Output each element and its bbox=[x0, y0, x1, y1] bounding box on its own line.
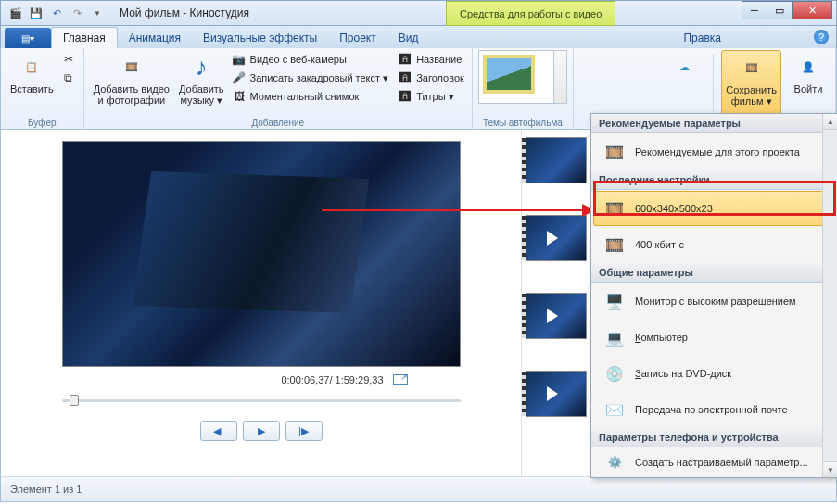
dropdown-scrollbar[interactable]: ▲ ▼ bbox=[822, 114, 837, 477]
gear-icon: ⚙️ bbox=[603, 453, 626, 472]
next-frame-button[interactable]: |▶ bbox=[285, 421, 323, 441]
tab-edit[interactable]: Правка bbox=[672, 28, 732, 48]
play-button[interactable]: ▶ bbox=[243, 421, 280, 441]
dd-header: Общие параметры bbox=[591, 263, 837, 283]
add-music-button[interactable]: ♪ Добавить музыку ▾ bbox=[175, 50, 228, 117]
title-icon: 🅰 bbox=[398, 52, 412, 67]
mic-icon: 🎤 bbox=[232, 70, 247, 85]
dd-item-email[interactable]: ✉️ Передача по электронной почте bbox=[593, 392, 836, 427]
clip-thumb[interactable] bbox=[526, 371, 587, 417]
dd-header: Параметры телефона и устройства bbox=[591, 428, 837, 447]
group-clipboard: 📋 Вставить ✂ ⧉ Буфер bbox=[1, 48, 84, 129]
seek-handle[interactable] bbox=[70, 395, 79, 406]
preview-pane: 0:00:06,37/ 1:59:29,33 ◀| ▶ |▶ bbox=[1, 130, 522, 476]
status-text: Элемент 1 из 1 bbox=[10, 484, 82, 495]
redo-icon[interactable]: ↷ bbox=[70, 6, 84, 20]
annotation-arrow bbox=[322, 209, 600, 211]
group-themes: Темы автофильма bbox=[473, 48, 574, 129]
credits-button[interactable]: 🅰Титры ▾ bbox=[396, 87, 466, 106]
gallery-spinner[interactable] bbox=[553, 51, 566, 103]
playback-controls: ◀| ▶ |▶ bbox=[200, 421, 323, 441]
add-video-label: Добавить видео и фотографии bbox=[94, 83, 170, 106]
dd-header: Последние настройки bbox=[591, 170, 837, 190]
timecode-row: 0:00:06,37/ 1:59:29,33 bbox=[114, 374, 407, 385]
minimize-button[interactable]: ─ bbox=[742, 1, 767, 19]
snapshot-icon: 🖼 bbox=[232, 89, 247, 104]
snapshot-button[interactable]: 🖼Моментальный снимок bbox=[230, 87, 391, 106]
film-icon: 🎞️ bbox=[603, 235, 626, 254]
ribbon-tabs: ▤▾ Главная Анимация Визуальные эффекты П… bbox=[0, 26, 837, 48]
credits-icon: 🅰 bbox=[398, 89, 412, 104]
file-menu-button[interactable]: ▤▾ bbox=[5, 28, 51, 48]
contextual-tab-header: Средства для работы с видео bbox=[446, 1, 615, 26]
scroll-up-icon[interactable]: ▲ bbox=[823, 114, 837, 130]
signin-label: Войти bbox=[794, 83, 823, 94]
clip-thumb[interactable] bbox=[526, 293, 587, 339]
dd-item-create-custom[interactable]: ⚙️ Создать настраиваемый параметр... bbox=[593, 448, 836, 476]
webcam-button[interactable]: 📷Видео с веб-камеры bbox=[230, 50, 391, 69]
add-music-label: Добавить музыку ▾ bbox=[179, 83, 224, 107]
video-preview[interactable] bbox=[62, 141, 461, 367]
add-video-button[interactable]: 🎞️ Добавить видео и фотографии bbox=[90, 50, 173, 117]
email-icon: ✉️ bbox=[603, 400, 626, 419]
scroll-down-icon[interactable]: ▼ bbox=[823, 461, 837, 477]
app-icon: 🎬 bbox=[8, 6, 23, 20]
group-label: Добавление bbox=[90, 117, 466, 129]
clipboard-icon: 📋 bbox=[17, 52, 46, 82]
dd-item-hd[interactable]: 🖥️ Монитор с высоким разрешением bbox=[593, 284, 836, 319]
tab-home[interactable]: Главная bbox=[51, 27, 118, 48]
dvd-icon: 💿 bbox=[603, 364, 626, 383]
seek-slider[interactable] bbox=[62, 393, 461, 408]
narration-button[interactable]: 🎤Записать закадровый текст ▾ bbox=[230, 69, 391, 87]
dd-item-dvd[interactable]: 💿 Запись на DVD-диск bbox=[593, 356, 836, 391]
tab-effects[interactable]: Визуальные эффекты bbox=[192, 28, 328, 48]
computer-icon: 💻 bbox=[603, 328, 626, 346]
music-note-icon: ♪ bbox=[186, 52, 216, 82]
copy-button[interactable]: ⧉ bbox=[59, 69, 78, 87]
timecode-text: 0:00:06,37/ 1:59:29,33 bbox=[281, 374, 383, 385]
dd-item-custom-res[interactable]: 🎞️ 600x340x500x23 bbox=[593, 191, 836, 226]
title-button[interactable]: 🅰Название bbox=[396, 50, 466, 69]
help-icon[interactable]: ? bbox=[814, 30, 829, 44]
prev-frame-button[interactable]: ◀| bbox=[200, 421, 237, 441]
fullscreen-icon[interactable] bbox=[393, 374, 408, 385]
dd-item-recommended[interactable]: 🎞️ Рекомендуемые для этого проекта bbox=[593, 134, 836, 170]
window-controls: ─ ▭ ✕ bbox=[742, 1, 832, 19]
status-bar: Элемент 1 из 1 bbox=[0, 476, 837, 502]
paste-label: Вставить bbox=[10, 83, 54, 94]
group-label: Темы автофильма bbox=[478, 117, 567, 129]
film-icon: 🎞️ bbox=[603, 199, 626, 218]
save-icon[interactable]: 💾 bbox=[29, 6, 44, 20]
monitor-icon: 🖥️ bbox=[603, 292, 626, 310]
close-button[interactable]: ✕ bbox=[792, 1, 832, 19]
dd-header: Рекомендуемые параметры bbox=[591, 114, 837, 133]
themes-gallery[interactable] bbox=[478, 50, 567, 104]
filmstrip-icon: 🎞️ bbox=[117, 52, 146, 82]
theme-thumb bbox=[483, 55, 535, 94]
save-movie-label: Сохранить фильм ▾ bbox=[726, 84, 777, 107]
user-icon: 👤 bbox=[793, 52, 823, 82]
qat-dropdown-icon[interactable]: ▼ bbox=[90, 6, 105, 20]
cut-button[interactable]: ✂ bbox=[59, 50, 78, 69]
tab-project[interactable]: Проект bbox=[328, 28, 387, 48]
caption-button[interactable]: 🅰Заголовок bbox=[396, 69, 466, 87]
group-add: 🎞️ Добавить видео и фотографии ♪ Добавит… bbox=[84, 48, 473, 129]
tab-view[interactable]: Вид bbox=[387, 28, 430, 48]
undo-icon[interactable]: ↶ bbox=[49, 6, 64, 20]
paste-button[interactable]: 📋 Вставить bbox=[6, 50, 57, 117]
save-movie-icon: 🎞️ bbox=[737, 53, 767, 82]
clip-thumb[interactable] bbox=[526, 137, 587, 183]
dd-item-400kbps[interactable]: 🎞️ 400 кбит-с bbox=[593, 227, 836, 262]
caption-icon: 🅰 bbox=[398, 70, 412, 85]
save-movie-dropdown: ▲ ▼ Рекомендуемые параметры 🎞️ Рекоменду… bbox=[590, 113, 837, 478]
group-label: Буфер bbox=[6, 117, 78, 129]
dd-item-computer[interactable]: 💻 Компьютер bbox=[593, 320, 836, 355]
title-bar: 🎬 💾 ↶ ↷ ▼ Мой фильм - Киностудия Средств… bbox=[0, 0, 837, 26]
film-icon: 🎞️ bbox=[603, 143, 626, 161]
clip-thumb[interactable] bbox=[526, 215, 587, 261]
copy-icon: ⧉ bbox=[61, 70, 76, 85]
tab-animation[interactable]: Анимация bbox=[118, 28, 192, 48]
cloud-icon: ☁ bbox=[669, 52, 699, 82]
maximize-button[interactable]: ▭ bbox=[767, 1, 793, 19]
webcam-icon: 📷 bbox=[232, 52, 247, 67]
